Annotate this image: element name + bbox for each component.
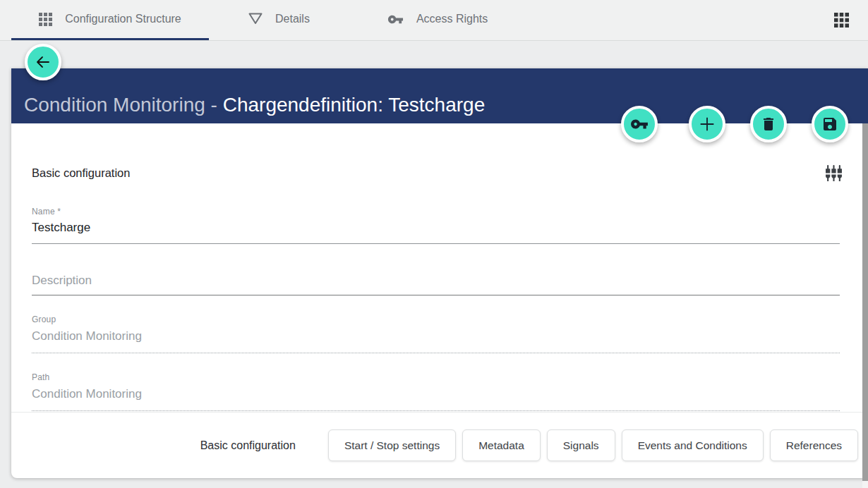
key-icon: [387, 11, 404, 28]
grid-icon: [39, 13, 52, 26]
group-label: Group: [32, 315, 840, 324]
section-title: Basic configuration: [32, 166, 130, 180]
delete-button[interactable]: [750, 106, 787, 142]
section-references[interactable]: References: [770, 429, 858, 461]
tab-configuration-structure[interactable]: Configuration Structure: [11, 0, 209, 40]
path-field: Path Condition Monitoring: [32, 372, 840, 411]
input-sliders-icon[interactable]: [824, 163, 844, 183]
tab-access-rights[interactable]: Access Rights: [366, 0, 509, 40]
key-icon: [630, 115, 649, 133]
description-field: [32, 269, 840, 295]
top-tab-bar: Configuration Structure Details Access R…: [0, 0, 868, 41]
group-field: Group Condition Monitoring: [32, 315, 840, 353]
configuration-panel: Condition Monitoring - Chargendefinition…: [11, 68, 868, 478]
page-title: Condition Monitoring - Chargendefinition…: [11, 94, 485, 123]
section-nav-bar: Basic configuration Start / Stop setting…: [11, 412, 868, 478]
name-label: Name *: [32, 207, 840, 216]
add-button[interactable]: [689, 106, 725, 142]
vertical-scrollbar: [862, 123, 868, 488]
tab-label: Details: [275, 13, 310, 25]
page-title-group: Condition Monitoring -: [24, 94, 223, 116]
back-button[interactable]: [25, 44, 61, 80]
panel-header: Condition Monitoring - Chargendefinition…: [11, 68, 868, 123]
tab-label: Access Rights: [416, 13, 488, 25]
page-title-object: Chargendefinition: Testcharge: [223, 94, 486, 116]
section-basic-configuration[interactable]: Basic configuration: [196, 439, 300, 453]
arrow-left-icon: [35, 54, 52, 71]
save-icon: [821, 116, 838, 133]
scrollbar-thumb[interactable]: [862, 123, 868, 481]
section-signals[interactable]: Signals: [547, 429, 615, 461]
tab-label: Configuration Structure: [65, 13, 181, 25]
save-button[interactable]: [812, 106, 848, 142]
tab-details[interactable]: Details: [227, 0, 331, 40]
name-field: Name *: [32, 207, 840, 244]
basic-configuration-form: Basic configuration Name * Group Conditi…: [11, 123, 868, 412]
group-value: Condition Monitoring: [32, 324, 840, 353]
apps-grid-icon[interactable]: [831, 10, 852, 30]
name-input[interactable]: [32, 216, 840, 244]
plus-icon: [697, 114, 717, 134]
section-events-and-conditions[interactable]: Events and Conditions: [622, 429, 764, 461]
access-rights-button[interactable]: [621, 106, 658, 142]
header-action-buttons: [621, 106, 848, 142]
section-metadata[interactable]: Metadata: [462, 429, 541, 461]
path-value: Condition Monitoring: [32, 382, 840, 411]
description-input[interactable]: [32, 269, 840, 295]
path-label: Path: [32, 372, 840, 382]
section-start-stop-settings[interactable]: Start / Stop settings: [328, 429, 456, 461]
trash-icon: [760, 116, 777, 133]
funnel-icon: [248, 13, 263, 25]
